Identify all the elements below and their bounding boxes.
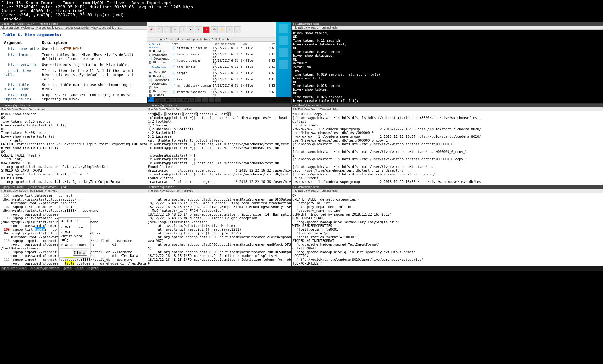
tabs-bar[interactable]: Cloudera Live · Welcom… Hadoop Study Doc… <box>0 26 147 30</box>
hive-term-titlebar: cloudera@quickstart:~ <box>292 22 603 26</box>
file-row[interactable]: 📄 kms17/02/2017 6:31 AMSH File4 KB <box>171 78 276 84</box>
popup-at-cursor[interactable]: at Cursor <box>59 218 89 223</box>
paste-icon[interactable]: 📄 <box>164 26 171 33</box>
start-button[interactable]: ⊞ <box>148 97 154 102</box>
search-popup[interactable]: at Cursor ☐ Match case ☐ Match entire wo… <box>58 217 90 257</box>
chrome-icon[interactable] <box>279 36 288 45</box>
pin-icon[interactable]: 📌 <box>148 26 155 33</box>
arg-create-hive-table: --create-hive-table <box>3 68 41 82</box>
delete-icon[interactable]: ✕ <box>203 26 210 33</box>
col-description: Description <box>41 40 144 46</box>
low-right-menubar[interactable]: File Edit View Search Terminal Help <box>292 189 603 193</box>
col-argument: Argument <box>3 40 41 46</box>
arg-hive-overwrite: --hive-overwrite <box>3 62 41 68</box>
hive-args-table: ArgumentDescription --hive-home <dir>Ove… <box>3 40 144 103</box>
explorer-taskbar-icon[interactable] <box>202 97 208 102</box>
low-center-terminal[interactable]: at org.apache.hadoop.hdfs.DFSOutputStrea… <box>147 193 291 266</box>
select-all-icon[interactable]: ☰ <box>234 26 241 33</box>
hive-term-menubar[interactable]: File Edit View Search Terminal Help <box>292 26 603 30</box>
file-row[interactable]: 📄 distribute-exclude17/02/2017 6:31 AMSH… <box>171 46 276 53</box>
copy-icon[interactable]: 📋 <box>156 26 163 33</box>
cortana-icon[interactable]: ○ <box>195 97 201 102</box>
mid-right-menubar[interactable]: File Edit View Search Terminal Help <box>292 107 603 111</box>
file-row[interactable]: 📄 mr-jobhistory-daemon17/02/2017 6:31 AM… <box>171 84 276 90</box>
low-right-titlebar: cloudera@quickstart:~ <box>292 185 603 189</box>
chrome-taskbar-icon[interactable] <box>215 97 221 102</box>
explorer-file-list[interactable]: NameDate modifiedTypeSize 📄 distribute-e… <box>171 42 276 98</box>
mid-right-titlebar: cloudera@quickstart:~ <box>292 104 603 107</box>
arg-hive-drop-import-delims: --hive-drop-import-delims <box>3 92 41 102</box>
taskbar-app-files[interactable]: Files <box>75 267 84 270</box>
vscode-icon[interactable] <box>279 48 288 57</box>
copy-path-icon[interactable]: 📑 <box>179 26 186 33</box>
explorer-ribbon[interactable]: 📌 📋 📄 ✂ 📑 ➡ ⬇ ✕ ab 📁 ✓ ☰ <box>147 22 276 38</box>
arg-hive-import: --hive-import <box>3 52 41 62</box>
linux-taskbar[interactable]: Sqoop User Guide cloudera@quickstart ged… <box>0 266 603 271</box>
windows-desktop[interactable] <box>276 22 291 103</box>
arg-hive-home: --hive-home <dir> <box>3 46 41 52</box>
popup-match-case[interactable]: ☐ Match case <box>59 225 89 230</box>
file-row[interactable]: 📄 httpfs17/02/2017 6:31 AMSH File4 KB <box>171 72 276 78</box>
cut-icon[interactable]: ✂ <box>171 26 178 33</box>
mid-left-titlebar: cloudera@quickstart:~ <box>0 104 147 107</box>
tool-line: Orthodox <box>1 17 602 21</box>
taskbar-clock[interactable]: 23/12/2018 <box>271 98 290 102</box>
taskbar-app-sqoop[interactable]: Sqoop User Guide <box>1 267 27 270</box>
file-row[interactable]: 📄 hadoop-daemons17/02/2017 6:31 AMSH Fil… <box>171 59 276 65</box>
mid-center-titlebar: cloudera@quickstart:~ <box>147 104 291 107</box>
taskbar-app-gedit[interactable]: gedit <box>63 267 72 270</box>
new-folder-icon[interactable]: 📁 <box>219 26 225 33</box>
move-to-icon[interactable]: ➡ <box>187 26 194 33</box>
recycle-bin-icon[interactable] <box>279 24 288 33</box>
mid-center-menubar[interactable]: File Edit View Search Terminal Help <box>147 107 291 111</box>
gedit-editor[interactable]: 106 sqoop list-databases --connect jdbc:… <box>0 193 147 266</box>
table-title: Table 8. Hive arguments: <box>3 32 144 37</box>
taskbar-app-bigdata[interactable]: BigData <box>87 267 99 270</box>
properties-icon[interactable]: ✓ <box>226 26 233 33</box>
popup-wrap[interactable]: ☐ Wrap around <box>59 243 89 248</box>
windows-taskbar[interactable]: ⊞ Type here to search ○ 23/12/2018 <box>147 97 291 103</box>
explorer-nav-pane[interactable]: ★ Quick access 🖥 Desktop ⬇ Downloads 📄 D… <box>147 42 171 98</box>
rename-icon[interactable]: ab <box>211 26 218 33</box>
popup-match-word[interactable]: ☐ Match entire word only <box>59 230 89 243</box>
arg-hive-table: --hive-table <table-name> <box>3 82 41 92</box>
size-line: Size: 313469481 bytes (298.95 MiB), dura… <box>1 5 602 9</box>
file-row[interactable]: 📄 refresh-namenodes17/02/2017 6:31 AMSH … <box>171 90 276 97</box>
mid-left-menubar[interactable]: File Edit View Search Terminal Help <box>0 107 147 111</box>
hive-terminal-output[interactable]: hive> show tables; OK Time taken: 0.11 s… <box>292 30 603 103</box>
file-row[interactable]: 📄 hadoop-daemon17/02/2017 6:31 AMSH File… <box>171 53 276 59</box>
popup-close-button[interactable]: Close <box>73 250 87 256</box>
firefox-titlebar: Sqoop User Guide (v1.4.4) — Mozilla Fire… <box>0 22 147 26</box>
search-box[interactable]: Type here to search <box>155 98 194 102</box>
low-center-titlebar: cloudera@quickstart:~ <box>147 185 291 189</box>
mid-center-terminal[interactable]: ies▒4▒6,▒Football▒Soccer▒Baseball & Soft… <box>147 111 291 184</box>
video-line: Video: h264, yuv420p, 1280x720, 30.00 fp… <box>1 13 602 17</box>
file-row[interactable]: 📄 hdfs-config17/02/2017 6:31 AMSH File2 … <box>171 65 276 72</box>
gedit-menubar[interactable]: File Edit View Search Tools Documents He… <box>0 189 147 193</box>
file-explorer-window[interactable]: 📌 📋 📄 ✂ 📑 ➡ ⬇ ✕ ab 📁 ✓ ☰ ← → ↑ 💻 > Perso… <box>147 22 276 103</box>
mid-left-terminal[interactable]: hive> show tables; OK Time taken: 0.025 … <box>0 111 147 184</box>
low-right-terminal[interactable]: OK CREATE TABLE `default.categories`( `c… <box>292 193 603 266</box>
sel-table: table <box>35 228 45 231</box>
mid-right-terminal[interactable]: t/000000_0_copy_1 [cloudera@quickstart ~… <box>292 111 603 184</box>
folder-icon[interactable] <box>279 60 288 69</box>
explorer-breadcrumb[interactable]: ← → ↑ 💻 > Personal > hadoop > hadoop-2.8… <box>147 38 276 42</box>
low-center-menubar[interactable]: File Edit View Search Terminal Help <box>147 189 291 193</box>
taskbar-app-term[interactable]: cloudera@quickstart <box>30 267 60 270</box>
copy-to-icon[interactable]: ⬇ <box>195 26 202 33</box>
edge-icon[interactable] <box>209 97 214 102</box>
gedit-titlebar: Sqoop Document — (Desktop/BigData/notes)… <box>0 185 147 189</box>
